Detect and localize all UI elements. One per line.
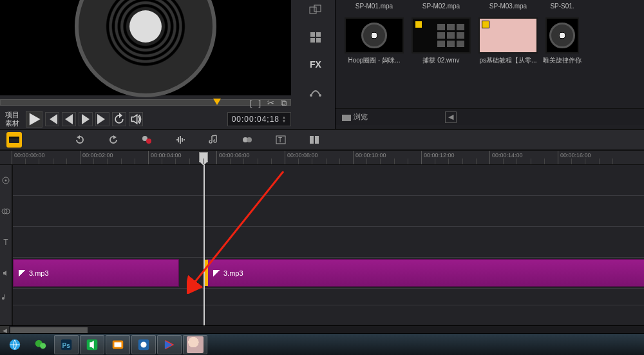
- path-tool-icon[interactable]: [307, 84, 325, 99]
- preview-viewport[interactable]: [0, 0, 291, 95]
- library-item[interactable]: Hoop圈圈 - 妈咪...: [345, 17, 404, 65]
- library-item[interactable]: 唯美旋律伴你: [545, 17, 579, 65]
- mark-in-icon[interactable]: [: [250, 98, 252, 108]
- chapter-button[interactable]: [307, 132, 322, 148]
- taskbar-ie-icon[interactable]: [3, 335, 27, 354]
- library-nav-prev-icon[interactable]: ◀: [445, 111, 457, 123]
- ruler-minor-tick: [408, 158, 408, 164]
- volume-button[interactable]: [129, 112, 143, 126]
- fade-in-icon: [19, 270, 25, 276]
- ruler-minor-tick: [312, 158, 312, 164]
- mode-project-label: 项目: [5, 111, 19, 119]
- audio-mixer-button[interactable]: [173, 132, 188, 148]
- browse-button[interactable]: 浏览: [342, 112, 368, 122]
- svg-text:T: T: [278, 137, 282, 144]
- taskbar-avatar-icon[interactable]: [183, 335, 207, 354]
- overlay-tool-icon[interactable]: [307, 30, 325, 45]
- music-track-icon[interactable]: [0, 289, 12, 305]
- library-item[interactable]: 捕获 02.wmv: [412, 17, 471, 65]
- voice-track-icon[interactable]: [0, 258, 12, 289]
- ruler-minor-tick: [189, 158, 190, 164]
- library-item[interactable]: SP-M03.mpa: [478, 0, 538, 10]
- repeat-button[interactable]: [112, 112, 126, 126]
- next-frame-button[interactable]: [79, 112, 93, 126]
- scrub-head-icon[interactable]: [213, 99, 221, 105]
- voice-track[interactable]: 3.mp3 3.mp3: [0, 258, 644, 289]
- taskbar-tool-icon[interactable]: [131, 335, 156, 354]
- svg-rect-4: [310, 38, 315, 43]
- svg-rect-0: [310, 7, 316, 14]
- ruler-tick: 00:00:08:00: [285, 151, 318, 164]
- ruler-minor-tick: [599, 158, 600, 164]
- ruler-minor-tick: [298, 158, 299, 164]
- ruler-tick: 00:00:14:00: [489, 151, 523, 164]
- go-end-button[interactable]: [95, 112, 109, 126]
- video-track-icon[interactable]: [0, 165, 12, 196]
- timecode-spinner-icon[interactable]: ▲▼: [282, 115, 287, 123]
- ruler-minor-tick: [380, 158, 381, 164]
- ruler-minor-tick: [366, 158, 367, 164]
- library-item[interactable]: SP-M01.mpa: [345, 0, 404, 10]
- library-item-label: SP-S01.: [550, 3, 574, 10]
- timeline-ruler[interactable]: 00:00:00:0000:00:02:0000:00:04:0000:00:0…: [0, 151, 644, 165]
- record-button[interactable]: [139, 132, 155, 148]
- track-manager-button[interactable]: [240, 132, 255, 148]
- svg-rect-18: [315, 136, 319, 144]
- library-item-label: 唯美旋律伴你: [543, 56, 582, 65]
- audio-clip[interactable]: 3.mp3: [13, 259, 179, 287]
- prev-frame-button[interactable]: [62, 112, 76, 126]
- taskbar-photoshop-icon[interactable]: Ps: [54, 335, 79, 354]
- library-item[interactable]: [412, 73, 471, 78]
- transition-tool-icon[interactable]: [307, 3, 325, 18]
- library-item[interactable]: [478, 73, 538, 78]
- storyboard-mode-button[interactable]: [6, 132, 22, 148]
- cut-icon[interactable]: ✂: [267, 98, 274, 108]
- svg-rect-2: [310, 32, 315, 37]
- library-grid: SP-M01.mpa SP-M02.mpa SP-M03.mpa SP-S01.…: [339, 0, 644, 81]
- mode-label[interactable]: 项目 素材: [5, 111, 19, 128]
- svg-point-14: [247, 137, 252, 142]
- title-tool-button[interactable]: T: [273, 132, 289, 148]
- redo-button[interactable]: [106, 132, 121, 148]
- auto-music-button[interactable]: [206, 132, 222, 148]
- transport-bar: 项目 素材 00:00:04;18 ▲▼: [0, 107, 296, 129]
- ruler-minor-tick: [121, 158, 122, 164]
- svg-point-33: [140, 341, 146, 347]
- disc-icon: [549, 23, 575, 48]
- library-item[interactable]: SP-M02.mpa: [412, 0, 471, 10]
- taskbar-player-icon[interactable]: [157, 335, 182, 354]
- music-track[interactable]: [0, 289, 644, 305]
- timecode-display[interactable]: 00:00:04;18 ▲▼: [227, 112, 291, 126]
- title-track-icon[interactable]: T: [0, 227, 12, 258]
- undo-button[interactable]: [72, 132, 88, 148]
- scroll-thumb[interactable]: [10, 327, 88, 334]
- clip-label: 3.mp3: [29, 269, 49, 277]
- ruler-minor-tick: [271, 158, 272, 164]
- scrub-bar[interactable]: [ ] ✂ ⧉: [0, 99, 291, 106]
- svg-rect-31: [115, 342, 122, 347]
- mode-clip-label: 素材: [5, 119, 19, 128]
- taskbar-capture-icon[interactable]: [106, 335, 130, 354]
- ruler-tick: 00:00:10:00: [353, 151, 386, 164]
- taskbar-audio-icon[interactable]: [80, 335, 104, 354]
- title-track[interactable]: [0, 227, 644, 258]
- ruler-minor-tick: [135, 158, 135, 164]
- video-track[interactable]: [0, 165, 644, 196]
- play-button[interactable]: [26, 111, 43, 128]
- go-start-button[interactable]: [45, 112, 59, 126]
- library-item[interactable]: ps基础教程【从零...: [478, 17, 538, 65]
- mark-out-icon[interactable]: ]: [258, 98, 261, 108]
- playhead-marker-icon[interactable]: [199, 152, 208, 162]
- copy-icon[interactable]: ⧉: [281, 98, 287, 108]
- overlay-track-icon[interactable]: [0, 196, 12, 227]
- fx-tool-icon[interactable]: FX: [307, 57, 325, 72]
- ruler-minor-tick: [93, 158, 94, 164]
- ruler-tick: 00:00:16:00: [558, 151, 591, 164]
- taskbar-wechat-icon[interactable]: [28, 335, 53, 354]
- svg-point-26: [40, 343, 46, 349]
- audio-clip[interactable]: 3.mp3: [207, 259, 644, 287]
- svg-point-20: [5, 180, 7, 182]
- library-item[interactable]: SP-S01.: [545, 0, 579, 10]
- overlay-track[interactable]: [0, 196, 644, 227]
- library-item[interactable]: [345, 73, 404, 78]
